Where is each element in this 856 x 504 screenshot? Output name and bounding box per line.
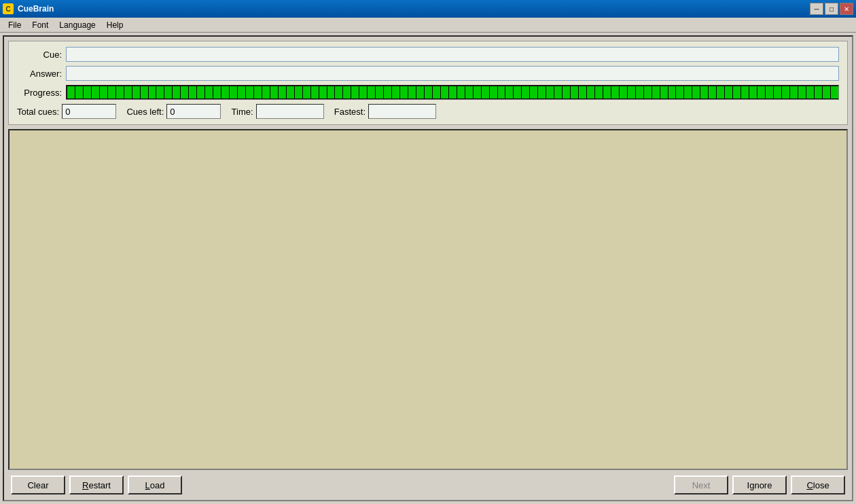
app-title: CueBrain (18, 4, 54, 14)
progress-segment (595, 86, 603, 98)
progress-segment (238, 86, 245, 98)
progress-segment (319, 86, 327, 98)
progress-segment (449, 86, 457, 98)
time-input[interactable] (256, 104, 324, 119)
progress-segment (416, 86, 424, 98)
progress-segment (660, 86, 668, 98)
progress-segment (67, 86, 75, 98)
restart-button[interactable]: Restart (69, 475, 124, 494)
progress-segment (92, 86, 99, 98)
progress-segment (676, 86, 683, 98)
progress-segment (636, 86, 643, 98)
progress-segment (392, 86, 399, 98)
progress-segment (433, 86, 440, 98)
progress-segment (474, 86, 481, 98)
total-cues-input[interactable] (62, 104, 116, 119)
progress-segment (457, 86, 465, 98)
progress-segment (798, 86, 806, 98)
progress-segment (652, 86, 660, 98)
progress-segment (132, 86, 140, 98)
progress-segment (563, 86, 570, 98)
progress-segment (823, 86, 830, 98)
progress-segment (197, 86, 204, 98)
progress-segment (351, 86, 359, 98)
progress-segment (181, 86, 188, 98)
progress-segment (538, 86, 546, 98)
cues-left-input[interactable] (166, 104, 221, 119)
cue-input[interactable] (66, 47, 839, 62)
progress-segment (628, 86, 635, 98)
progress-segment (425, 86, 432, 98)
cue-row: Cue: (17, 47, 839, 62)
app-icon: C (3, 3, 14, 14)
close-window-button[interactable]: ✕ (840, 3, 853, 15)
title-bar: C CueBrain ─ □ ✕ (0, 0, 856, 18)
progress-segment (205, 86, 213, 98)
progress-segment (692, 86, 700, 98)
progress-segment (717, 86, 724, 98)
progress-segment (100, 86, 107, 98)
load-label-l: L (145, 480, 150, 490)
progress-segment (384, 86, 391, 98)
progress-segment (815, 86, 822, 98)
progress-label: Progress: (17, 88, 66, 98)
progress-segment (766, 86, 773, 98)
progress-segment (684, 86, 692, 98)
progress-segment (149, 86, 156, 98)
progress-segment (262, 86, 270, 98)
progress-segment (620, 86, 627, 98)
load-label-rest: oad (150, 480, 165, 490)
next-button[interactable]: Next (674, 475, 728, 494)
ignore-button[interactable]: Ignore (732, 475, 787, 494)
menu-file[interactable]: File (3, 19, 26, 31)
progress-segment (482, 86, 489, 98)
progress-segment (254, 86, 262, 98)
menu-language[interactable]: Language (54, 19, 101, 31)
progress-segment (311, 86, 319, 98)
progress-segment (173, 86, 180, 98)
progress-segment (571, 86, 578, 98)
progress-segment (295, 86, 302, 98)
progress-segment (230, 86, 237, 98)
answer-input[interactable] (66, 66, 839, 81)
progress-segment (587, 86, 594, 98)
progress-segment (733, 86, 741, 98)
progress-segment (327, 86, 335, 98)
progress-segment (116, 86, 124, 98)
progress-segment (709, 86, 716, 98)
progress-segment (522, 86, 529, 98)
close-label-c: C (806, 480, 813, 490)
menu-font[interactable]: Font (26, 19, 54, 31)
progress-segment (498, 86, 505, 98)
restart-label-rest: estart (88, 480, 111, 490)
progress-segment (141, 86, 148, 98)
progress-bar (66, 85, 839, 100)
progress-segment (213, 86, 221, 98)
progress-segment (164, 86, 172, 98)
progress-segment (287, 86, 294, 98)
left-button-group: Clear Restart Load (11, 475, 182, 494)
maximize-button[interactable]: □ (825, 3, 838, 15)
progress-bar-inner (67, 86, 838, 99)
clear-button[interactable]: Clear (11, 475, 65, 494)
load-button[interactable]: Load (128, 475, 182, 494)
progress-segment (408, 86, 416, 98)
main-window: Cue: Answer: Progress: Total cues: Cues … (3, 35, 853, 501)
progress-segment (124, 86, 132, 98)
progress-segment (335, 86, 342, 98)
progress-row: Progress: (17, 85, 839, 100)
progress-segment (831, 86, 838, 98)
close-button[interactable]: Close (791, 475, 845, 494)
time-label: Time: (232, 107, 253, 117)
progress-segment (279, 86, 286, 98)
fastest-label: Fastest: (334, 107, 365, 117)
progress-segment (400, 86, 408, 98)
total-cues-label: Total cues: (17, 107, 59, 117)
menu-help[interactable]: Help (101, 19, 129, 31)
progress-segment (668, 86, 676, 98)
fastest-input[interactable] (368, 104, 436, 119)
progress-segment (368, 86, 375, 98)
cues-left-label: Cues left: (126, 107, 164, 117)
minimize-button[interactable]: ─ (810, 3, 823, 15)
progress-segment (530, 86, 537, 98)
